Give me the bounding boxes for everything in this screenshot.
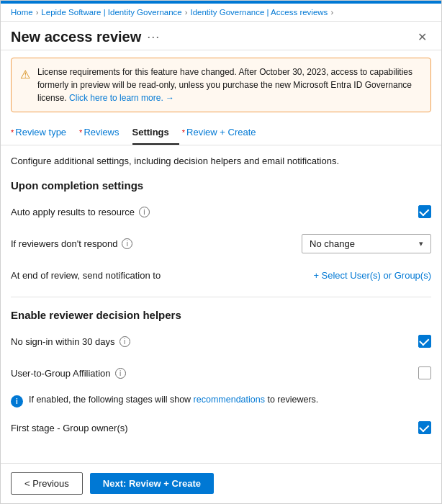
asterisk-review-create: * [182,128,185,137]
info-note-icon: i [11,395,23,408]
tab-review-type[interactable]: *Review type [11,120,76,145]
no-respond-info-icon[interactable]: i [122,238,132,249]
tab-bar: *Review type *Reviews Settings *Review +… [1,120,441,145]
page-header: New access review ··· ✕ [1,22,441,50]
main-content: Configure additional settings, including… [1,145,441,463]
section-divider [11,297,431,297]
no-respond-row: If reviewers don't respond i No change ▾ [11,233,431,253]
breadcrumb: Home › Lepide Software | Identity Govern… [1,4,441,22]
first-stage-row: First stage - Group owner(s) [11,418,431,438]
completion-section-title: Upon completion settings [11,179,431,192]
user-group-info-icon[interactable]: i [115,368,126,379]
breadcrumb-lepide[interactable]: Lepide Software | Identity Governance [41,8,181,17]
alert-arrow: → [166,93,174,103]
user-group-checkbox[interactable] [418,366,431,379]
auto-apply-info-icon[interactable]: i [139,207,150,217]
previous-button[interactable]: < Previous [11,472,83,495]
breadcrumb-sep-3: › [330,8,333,17]
auto-apply-label: Auto apply results to resource i [11,207,418,217]
close-button[interactable]: ✕ [413,29,431,45]
breadcrumb-sep-2: › [185,8,188,17]
header-left: New access review ··· [11,29,160,45]
decision-section-title: Enable reviewer decision helpers [11,309,431,321]
alert-icon: ⚠ [20,66,30,84]
no-respond-dropdown[interactable]: No change ▾ [302,234,431,253]
tab-review-create[interactable]: *Review + Create [182,120,266,145]
user-group-row: User-to-Group Affiliation i [11,363,431,383]
chevron-down-icon: ▾ [419,239,423,248]
info-note-text: If enabled, the following stages will sh… [29,395,318,405]
auto-apply-checkbox[interactable] [418,205,431,218]
no-signin-row: No sign-in within 30 days i [11,331,431,351]
no-respond-label: If reviewers don't respond i [11,238,302,249]
page-title: New access review [11,29,141,45]
info-note: i If enabled, the following stages will … [11,395,431,408]
section-description: Configure additional settings, including… [11,156,431,166]
asterisk-reviews: * [79,128,82,137]
select-users-link[interactable]: + Select User(s) or Group(s) [313,270,431,281]
first-stage-label: First stage - Group owner(s) [11,423,418,433]
user-group-label: User-to-Group Affiliation i [11,368,418,379]
no-signin-info-icon[interactable]: i [119,336,130,347]
breadcrumb-sep-1: › [36,8,39,17]
breadcrumb-home[interactable]: Home [11,8,33,17]
breadcrumb-access-reviews[interactable]: Identity Governance | Access reviews [190,8,328,17]
no-signin-checkbox[interactable] [418,335,431,348]
auto-apply-row: Auto apply results to resource i [11,202,431,222]
notification-label: At end of review, send notification to [11,270,313,281]
alert-text: License requirements for this feature ha… [37,66,422,104]
next-button[interactable]: Next: Review + Create [90,473,214,494]
tab-reviews[interactable]: *Reviews [79,120,129,145]
alert-banner: ⚠ License requirements for this feature … [11,58,431,112]
notification-row: At end of review, send notification to +… [11,265,431,285]
more-options-button[interactable]: ··· [147,30,160,45]
footer: < Previous Next: Review + Create [1,463,441,503]
tab-settings[interactable]: Settings [132,120,179,145]
no-signin-label: No sign-in within 30 days i [11,336,418,347]
dropdown-value: No change [310,238,355,249]
first-stage-checkbox[interactable] [418,421,431,434]
alert-link[interactable]: Click here to learn more. [69,93,163,103]
asterisk-review-type: * [11,128,14,137]
